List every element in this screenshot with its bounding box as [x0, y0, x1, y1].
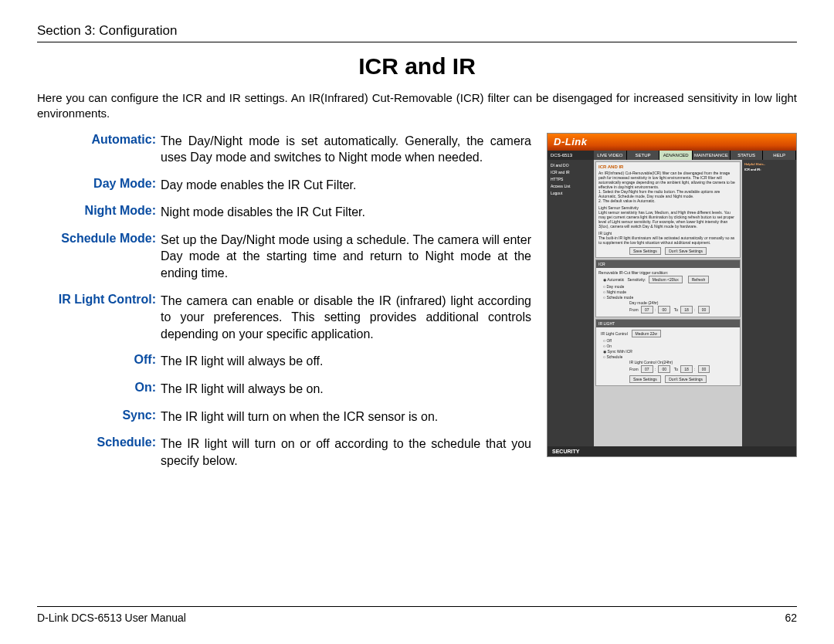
definition-label: On:	[37, 381, 161, 398]
security-footer: SECURITY	[548, 446, 796, 456]
tab-status[interactable]: STATUS	[731, 151, 764, 160]
icr-cond: Removable IR-Cut filter trigger conditio…	[598, 270, 737, 275]
definition-label: Off:	[37, 353, 161, 370]
definition-desc: The camera can enable or disable the IR …	[161, 293, 531, 343]
radio-ir-on[interactable]: ○ On	[603, 344, 737, 348]
tab-maintenance[interactable]: MAINTENANCE	[693, 151, 731, 160]
definition-desc: The Day/Night mode is set automatically.…	[161, 133, 531, 166]
definition-row: On:The IR light will always be on.	[37, 381, 531, 398]
ir-from-h[interactable]: 07	[641, 365, 653, 373]
ls-body: Light sensor sensitivity has Low, Medium…	[598, 210, 737, 229]
top-tab-row: DCS-6513 LIVE VIDEOSETUPADVANCEDMAINTENA…	[548, 151, 796, 160]
definition-label: Schedule Mode:	[37, 232, 161, 282]
panel-icr: ICR Removable IR-Cut filter trigger cond…	[595, 259, 741, 317]
panel-icr-title: ICR	[596, 260, 740, 268]
icr-sched-label: Day mode (24hr)	[629, 300, 737, 305]
tab-advanced[interactable]: ADVANCED	[659, 151, 693, 160]
panel-irlight: IR LIGHT IR Light Control Medium 22w ○ O…	[595, 319, 741, 386]
irtxt-body: The built-in IR light illuminators will …	[598, 236, 737, 245]
ir-dont-save-button[interactable]: Don't Save Settings	[665, 375, 707, 383]
definition-desc: The IR light will turn on or off accordi…	[161, 436, 531, 469]
radio-day[interactable]: ○ Day mode	[603, 284, 737, 289]
center-column: ICR AND IR An IR(Infrared) Cut-Removable…	[594, 160, 742, 446]
admin-screenshot: D-Link DCS-6513 LIVE VIDEOSETUPADVANCEDM…	[547, 133, 797, 457]
definition-label: Day Mode:	[37, 177, 161, 194]
panel-irlight-title: IR LIGHT	[596, 320, 740, 327]
radio-automatic[interactable]: ◉ Automatic Sensitivity: Medium <20lux R…	[603, 276, 737, 283]
icr-to-m[interactable]: 00	[698, 306, 710, 314]
definition-label: Sync:	[37, 408, 161, 425]
panel-intro-body: An IR(Infrared) Cut-Removable(ICR) filte…	[598, 171, 737, 203]
ir-to-h[interactable]: 18	[680, 365, 693, 373]
ir-to-m[interactable]: 00	[698, 365, 710, 373]
definition-row: Schedule Mode:Set up the Day/Night mode …	[37, 232, 531, 282]
definition-desc: Day mode enables the IR Cut Filter.	[161, 177, 531, 194]
radio-ir-off[interactable]: ○ Off	[603, 338, 737, 343]
save-button[interactable]: Save Settings	[629, 247, 661, 255]
definition-label: Schedule:	[37, 436, 161, 469]
dont-save-button[interactable]: Don't Save Settings	[665, 247, 707, 255]
irlight-ctrl-select[interactable]: Medium 22w	[632, 330, 661, 337]
definition-row: Off:The IR light will always be off.	[37, 353, 531, 370]
definition-row: Day Mode:Day mode enables the IR Cut Fil…	[37, 177, 531, 194]
definition-row: Night Mode:Night mode disables the IR Cu…	[37, 204, 531, 221]
tab-help[interactable]: HELP	[763, 151, 796, 160]
brand-bar: D-Link	[548, 134, 796, 151]
section-header: Section 3: Configuration	[37, 23, 797, 42]
sidenav-item[interactable]: HTTPS	[551, 177, 591, 181]
icr-to-h[interactable]: 18	[680, 306, 693, 314]
radio-night[interactable]: ○ Night mode	[603, 290, 737, 294]
body-row: Automatic:The Day/Night mode is set auto…	[37, 133, 797, 480]
icr-from-m[interactable]: 00	[658, 306, 670, 314]
definition-desc: Set up the Day/Night mode using a schedu…	[161, 232, 531, 282]
icr-sched-time: From 07: 00 To 18: 00	[629, 306, 737, 314]
panel-intro-title: ICR AND IR	[598, 164, 737, 169]
definition-row: IR Light Control:The camera can enable o…	[37, 293, 531, 343]
ir-sched-time: From 07: 00 To 18: 00	[629, 365, 737, 373]
irlight-ctrl-row: IR Light Control Medium 22w	[601, 330, 737, 337]
tab-live-video[interactable]: LIVE VIDEO	[594, 151, 627, 160]
footer-page-number: 62	[785, 612, 797, 624]
panel-intro: ICR AND IR An IR(Infrared) Cut-Removable…	[595, 161, 741, 258]
ir-sched-label: IR Light Control On(24hr)	[629, 360, 737, 364]
footer-left: D-Link DCS-6513 User Manual	[37, 612, 186, 624]
ir-from-m[interactable]: 00	[658, 365, 670, 373]
sidenav-item[interactable]: Access List	[551, 184, 591, 188]
definition-label: Automatic:	[37, 133, 161, 166]
definition-row: Schedule:The IR light will turn on or of…	[37, 436, 531, 469]
refresh-button[interactable]: Refresh	[688, 276, 710, 283]
definition-row: Sync:The IR light will turn on when the …	[37, 408, 531, 425]
icr-from-h[interactable]: 07	[641, 306, 653, 314]
page-title: ICR and IR	[37, 53, 797, 80]
definition-desc: The IR light will turn on when the ICR s…	[161, 408, 531, 425]
model-label: DCS-6513	[548, 151, 594, 160]
definition-label: IR Light Control:	[37, 293, 161, 343]
page-footer: D-Link DCS-6513 User Manual 62	[37, 606, 797, 624]
intro-paragraph: Here you can configure the ICR and IR se…	[37, 90, 797, 122]
sidenav-item[interactable]: ICR and IR	[551, 170, 591, 175]
sidenav-item[interactable]: Logout	[551, 191, 591, 195]
sensitivity-select[interactable]: Medium <20lux	[649, 276, 683, 283]
side-nav: DI and DOICR and IRHTTPSAccess ListLogou…	[548, 160, 594, 446]
definition-desc: The IR light will always be off.	[161, 353, 531, 370]
definition-desc: The IR light will always be on.	[161, 381, 531, 398]
sidenav-item[interactable]: DI and DO	[551, 163, 591, 168]
help-sidebar: Helpful Hints.. ICR and IR:	[742, 160, 796, 446]
definitions-column: Automatic:The Day/Night mode is set auto…	[37, 133, 531, 480]
definition-desc: Night mode disables the IR Cut Filter.	[161, 204, 531, 221]
radio-ir-sync[interactable]: ◉ Sync With ICR	[603, 349, 737, 354]
ir-save-button[interactable]: Save Settings	[629, 375, 661, 383]
radio-ir-schedule[interactable]: ○ Schedule	[603, 354, 737, 359]
definition-label: Night Mode:	[37, 204, 161, 221]
tab-setup[interactable]: SETUP	[627, 151, 660, 160]
radio-schedule[interactable]: ○ Schedule mode	[603, 295, 737, 300]
definition-row: Automatic:The Day/Night mode is set auto…	[37, 133, 531, 166]
mid-area: DI and DOICR and IRHTTPSAccess ListLogou…	[548, 160, 796, 446]
